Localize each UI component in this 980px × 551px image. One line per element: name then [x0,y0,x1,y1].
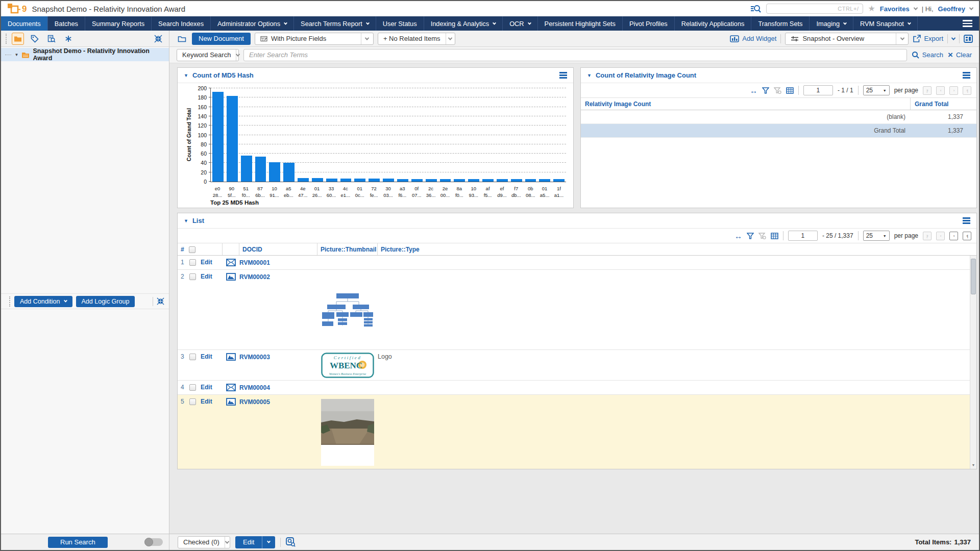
mass-edit-split-button[interactable]: Edit [235,536,275,548]
chart-bar[interactable] [340,179,352,182]
export-options-chevron-icon[interactable] [951,36,955,40]
filter-icon[interactable] [762,87,769,94]
next-page-button[interactable]: › [949,86,958,95]
chart-bar[interactable] [255,157,266,182]
search-button[interactable]: Search [912,51,943,59]
last-page-button[interactable]: ›| [963,86,971,95]
chevron-down-icon[interactable] [969,6,973,10]
row-checkbox[interactable] [189,273,196,280]
tab-search-terms-report[interactable]: Search Terms Report [294,16,376,31]
tab-rvm-snapshot[interactable]: RVM Snapshot [853,16,918,31]
tab-search-indexes[interactable]: Search Indexes [152,16,211,31]
docid-link[interactable]: RVM00002 [239,273,270,281]
chevron-down-icon[interactable] [913,6,917,10]
auto-run-toggle[interactable] [144,538,163,546]
chart-bar[interactable] [283,163,295,182]
chart-bar[interactable] [539,179,550,182]
expand-width-icon[interactable]: ↔ [750,86,757,95]
row-checkbox[interactable] [189,398,196,405]
dashboard-selector-dropdown[interactable]: Snapshot - Overview [785,33,909,45]
chart-bar[interactable] [468,179,479,182]
prev-page-button[interactable]: ‹ [936,232,945,240]
add-condition-button[interactable]: Add Condition [14,296,72,307]
type-column-header[interactable]: Picture::Type [378,243,976,255]
favorites-star-icon[interactable]: ★ [868,5,875,13]
tab-indexing-analytics[interactable]: Indexing & Analytics [424,16,503,31]
prev-page-button[interactable]: ‹ [936,86,945,95]
clusters-button[interactable] [62,33,75,45]
edit-link[interactable]: Edit [201,398,212,405]
last-page-button[interactable]: ›| [963,232,971,240]
saved-search-browser-button[interactable] [45,33,58,45]
collapse-panel-icon[interactable] [152,33,164,45]
favorites-menu[interactable]: Favorites [880,5,910,13]
tab-batches[interactable]: Batches [48,16,85,31]
per-page-select[interactable]: 25▼ [863,231,890,241]
search-terms-input[interactable] [243,49,907,61]
export-button[interactable]: Export [913,35,943,42]
docid-link[interactable]: RVM00003 [239,354,270,361]
expand-width-icon[interactable]: ↔ [734,232,742,240]
tab-administrator-options[interactable]: Administrator Options [211,16,294,31]
row-checkbox[interactable] [189,259,196,266]
view-selector-dropdown[interactable]: With Picture Fields [255,33,374,45]
chart-bar[interactable] [553,179,565,182]
docid-link[interactable]: RVM00005 [239,398,270,406]
tab-ocr[interactable]: OCR [503,16,537,31]
grid-view-icon[interactable] [786,87,794,94]
chart-bar[interactable] [326,179,337,182]
user-menu[interactable]: Geoffrey [938,5,965,13]
edit-link[interactable]: Edit [201,384,212,391]
per-page-select[interactable]: 25▼ [863,85,890,95]
wbenc-thumbnail[interactable]: Certified WBENC Women's Business Enterpr… [321,353,374,378]
column-header[interactable]: Grand Total [911,98,976,110]
run-search-button[interactable]: Run Search [48,537,108,548]
collapse-widget-icon[interactable]: ▼ [184,73,188,78]
photo-thumbnail[interactable] [321,399,374,466]
orgchart-thumbnail[interactable] [321,292,374,328]
row-checkbox[interactable] [189,384,196,391]
chart-bar[interactable] [354,179,365,182]
resize-grip[interactable] [6,34,7,44]
add-logic-group-button[interactable]: Add Logic Group [76,296,135,307]
chart-bar[interactable] [454,179,465,182]
resize-grip[interactable] [9,296,11,307]
save-search-icon[interactable] [286,537,296,547]
folder-icon[interactable] [176,33,188,45]
widget-menu-icon[interactable] [963,217,970,224]
tab-transform-sets[interactable]: Transform Sets [751,16,810,31]
pivot-row[interactable]: (blank)1,337 [581,110,976,124]
chart-bar[interactable] [426,179,437,182]
chart-bar[interactable] [525,179,536,182]
first-page-button[interactable]: |‹ [923,86,932,95]
vertical-scrollbar[interactable]: ▼ [970,256,976,469]
chart-bar[interactable] [212,92,224,182]
tab-pivot-profiles[interactable]: Pivot Profiles [623,16,675,31]
next-page-button[interactable]: › [949,232,958,240]
chart-bar[interactable] [511,179,522,182]
tab-summary-reports[interactable]: Summary Reports [85,16,152,31]
chart-bar[interactable] [312,178,323,182]
chart-bar[interactable] [497,179,508,182]
page-number-input[interactable] [788,231,818,241]
chart-bar[interactable] [227,96,238,182]
related-items-dropdown[interactable]: + No Related Items [378,33,455,45]
collapse-widget-icon[interactable]: ▼ [587,73,592,78]
chart-bar[interactable] [440,179,451,182]
chart-bar[interactable] [411,179,423,182]
edit-link[interactable]: Edit [201,353,212,360]
tab-imaging[interactable]: Imaging [810,16,853,31]
collapse-widget-icon[interactable]: ▼ [184,218,188,223]
docid-column-header[interactable]: DOCID [239,243,317,255]
chart-bar[interactable] [397,179,408,182]
nav-overflow-menu-icon[interactable] [955,16,979,31]
chart-bar[interactable] [482,179,494,182]
clear-button[interactable]: × Clear [948,51,972,59]
tab-relativity-applications[interactable]: Relativity Applications [675,16,752,31]
edit-link[interactable]: Edit [201,259,212,266]
select-all-checkbox[interactable] [189,246,195,253]
chart-bar[interactable] [298,178,309,182]
new-document-button[interactable]: New Document [192,33,251,45]
tree-item-workspace-root[interactable]: ▼ Snapshot Demo - Relativity Innovation … [1,48,169,61]
chart-bar[interactable] [269,162,280,182]
